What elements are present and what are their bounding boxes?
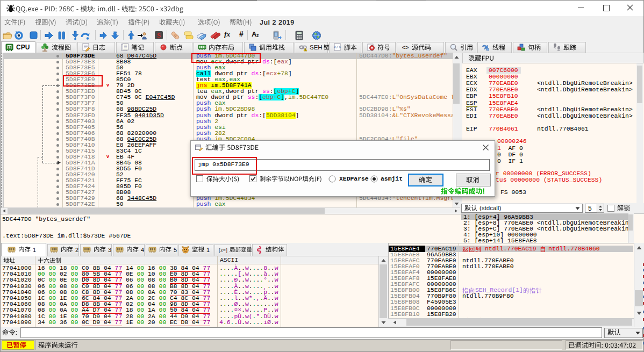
svg-text:S: S xyxy=(157,31,161,39)
svg-text:<>: <> xyxy=(402,45,409,51)
svg-text:32: 32 xyxy=(8,46,12,49)
svg-text:</>: </> xyxy=(333,45,341,49)
